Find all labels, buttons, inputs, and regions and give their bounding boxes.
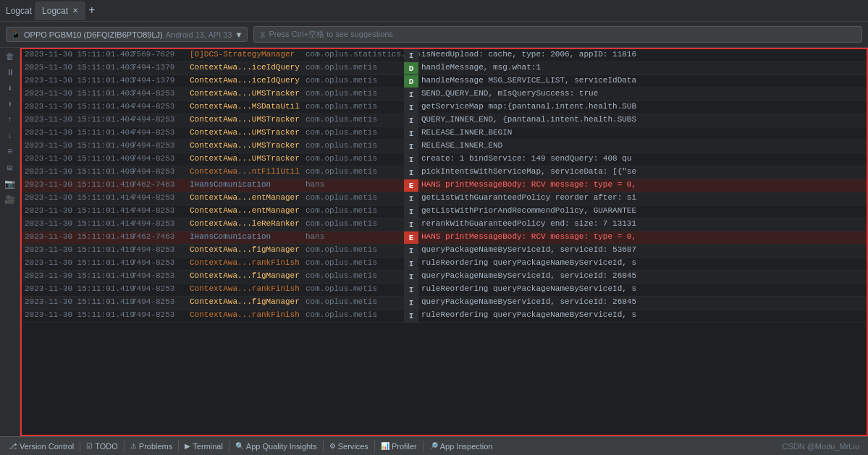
new-tab-button[interactable]: + — [88, 4, 96, 17]
upload-icon[interactable]: ⬆ — [3, 98, 17, 110]
video-icon[interactable]: 🎥 — [3, 194, 17, 205]
table-row[interactable]: 2023-11-30 15:11:01.4037494-8253ContextA… — [22, 88, 867, 101]
filter-placeholder: Press Ctrl+空格 to see suggestions — [269, 29, 393, 40]
message-cell: HANS printMessageBody: RCV message: type… — [418, 179, 867, 192]
device-icon: 📱 — [11, 30, 21, 39]
table-row[interactable]: 2023-11-30 15:11:01.4197494-8253ContextA… — [22, 258, 867, 271]
version-control-icon: ⎇ — [9, 442, 17, 450]
app-quality-label: App Quality Insights — [246, 442, 317, 451]
todo-item[interactable]: ☑ TODO — [80, 437, 124, 455]
tag-cell: [O]DCS-StrategyManager — [187, 49, 303, 61]
app-quality-icon: 🔍 — [235, 442, 244, 450]
message-cell: ruleReordering queryPackageNameByService… — [418, 310, 867, 322]
table-row[interactable]: 2023-11-30 15:11:01.4027569-7629[O]DCS-S… — [22, 49, 867, 62]
level-badge: I — [404, 192, 418, 205]
device-selector[interactable]: 📱 OPPO PGBM10 (D6FQIZIB6PTO89LJ) Android… — [6, 27, 248, 42]
arrow-up-icon[interactable]: ↑ — [3, 114, 17, 126]
package-cell: com.oplus.metis — [303, 244, 404, 257]
tag-cell: ContextAwa...iceIdQuery — [187, 75, 303, 88]
table-row[interactable]: 2023-11-30 15:11:01.4197494-8253ContextA… — [22, 244, 867, 258]
table-row[interactable]: 2023-11-30 15:11:01.4197494-8253ContextA… — [22, 271, 867, 284]
message-cell: SEND_QUERY_END, mIsQuerySuccess: true — [418, 88, 867, 101]
table-row[interactable]: 2023-11-30 15:11:01.4047494-8253ContextA… — [22, 127, 867, 140]
package-cell: com.oplus.metis — [303, 75, 404, 88]
package-cell: com.oplus.metis — [303, 192, 404, 205]
filter-box[interactable]: ⧖ Press Ctrl+空格 to see suggestions — [253, 26, 862, 43]
package-cell: com.oplus.statistics.rom — [303, 49, 404, 61]
table-row[interactable]: 2023-11-30 15:11:01.4147494-8253ContextA… — [22, 205, 867, 218]
scroll-down-icon[interactable]: ⬇ — [3, 82, 17, 94]
table-row[interactable]: 2023-11-30 15:11:01.4047494-8253ContextA… — [22, 114, 867, 127]
problems-item[interactable]: ⚠ Problems — [125, 437, 178, 455]
table-row[interactable]: 2023-11-30 15:11:01.4037494-1379ContextA… — [22, 62, 867, 75]
package-cell: com.oplus.metis — [303, 166, 404, 179]
tag-cell: ContextAwa...UMSTracker — [187, 153, 303, 166]
message-cell: RELEASE_INNER_END — [418, 140, 867, 153]
package-cell: com.oplus.metis — [303, 127, 404, 140]
app-quality-item[interactable]: 🔍 App Quality Insights — [229, 437, 323, 455]
table-row[interactable]: 2023-11-30 15:11:01.4147494-8253ContextA… — [22, 192, 867, 205]
level-badge: I — [404, 310, 418, 322]
version-control-item[interactable]: ⎇ Version Control — [3, 437, 80, 455]
toolbar: 📱 OPPO PGBM10 (D6FQIZIB6PTO89LJ) Android… — [0, 22, 868, 48]
table-row[interactable]: 2023-11-30 15:11:01.4097494-8253ContextA… — [22, 140, 867, 153]
pause-icon[interactable]: ⏸ — [3, 67, 17, 78]
level-badge: I — [404, 127, 418, 140]
status-bar: ⎇ Version Control ☑ TODO ⚠ Problems ▶ Te… — [0, 436, 868, 455]
package-cell: com.oplus.metis — [303, 114, 404, 127]
package-cell: com.oplus.metis — [303, 62, 404, 75]
table-row[interactable]: 2023-11-30 15:11:01.4037494-1379ContextA… — [22, 75, 867, 88]
pid-cell: 7494-8253 — [129, 166, 187, 179]
table-row[interactable]: 2023-11-30 15:11:01.4197494-8253ContextA… — [22, 310, 867, 323]
timestamp-cell: 2023-11-30 15:11:01.419 — [22, 284, 129, 296]
table-row[interactable]: 2023-11-30 15:11:01.4197494-8253ContextA… — [22, 284, 867, 297]
message-cell: queryPackageNameByServiceId, serviceId: … — [418, 297, 867, 309]
log-area[interactable]: 2023-11-30 15:11:01.4027569-7629[O]DCS-S… — [20, 48, 868, 436]
package-cell: com.oplus.metis — [303, 205, 404, 218]
message-cell: QUERY_INNER_END, {pantanal.intent.health… — [418, 114, 867, 127]
app-inspection-item[interactable]: 🔎 App Inspection — [424, 437, 499, 455]
message-cell: pickIntentsWithServiceMap, serviceData: … — [418, 166, 867, 179]
columns-icon[interactable]: ⊞ — [3, 162, 17, 174]
tag-cell: ContextAwa...rankFinish — [187, 284, 303, 296]
terminal-item[interactable]: ▶ Terminal — [179, 437, 229, 455]
pid-cell: 7494-1379 — [129, 75, 187, 88]
left-sidebar: 🗑 ⏸ ⬇ ⬆ ↑ ↓ ≡ ⊞ 📷 🎥 — [0, 48, 20, 436]
delete-icon[interactable]: 🗑 — [3, 51, 17, 62]
tag-cell: ContextAwa...rankFinish — [187, 258, 303, 270]
tag-cell: ContextAwa...figManager — [187, 244, 303, 257]
table-row[interactable]: 2023-11-30 15:11:01.4197494-8253ContextA… — [22, 297, 867, 310]
timestamp-cell: 2023-11-30 15:11:01.414 — [22, 192, 129, 205]
services-item[interactable]: ⚙ Services — [324, 437, 374, 455]
table-row[interactable]: 2023-11-30 15:11:01.4187462-7463IHansCom… — [22, 231, 867, 244]
table-row[interactable]: 2023-11-30 15:11:01.4097494-8253ContextA… — [22, 153, 867, 166]
tag-cell: ContextAwa...MSDataUtil — [187, 101, 303, 114]
table-row[interactable]: 2023-11-30 15:11:01.4107462-7463IHansCom… — [22, 179, 867, 192]
camera-icon[interactable]: 📷 — [3, 178, 17, 190]
pid-cell: 7494-8253 — [129, 114, 187, 127]
arrow-down-icon[interactable]: ↓ — [3, 130, 17, 142]
app-inspection-label: App Inspection — [440, 442, 493, 451]
profiler-item[interactable]: 📊 Profiler — [375, 437, 423, 455]
tag-cell: ContextAwa...entManager — [187, 192, 303, 205]
table-row[interactable]: 2023-11-30 15:11:01.4097494-8253ContextA… — [22, 166, 867, 179]
timestamp-cell: 2023-11-30 15:11:01.403 — [22, 62, 129, 75]
message-cell: isNeedUpload: cache, type: 2006, appID: … — [418, 49, 867, 61]
pid-cell: 7462-7463 — [129, 179, 187, 192]
pid-cell: 7494-8253 — [129, 297, 187, 309]
table-row[interactable]: 2023-11-30 15:11:01.4047494-8253ContextA… — [22, 101, 867, 114]
tag-cell: ContextAwa...UMSTracker — [187, 88, 303, 101]
level-badge: I — [404, 114, 418, 127]
tab-close-icon[interactable]: ✕ — [72, 7, 78, 14]
package-cell: com.oplus.metis — [303, 88, 404, 101]
table-row[interactable]: 2023-11-30 15:11:01.4147494-8253ContextA… — [22, 218, 867, 231]
pid-cell: 7494-8253 — [129, 101, 187, 114]
message-cell: HANS printMessageBody: RCV message: type… — [418, 231, 867, 244]
pid-cell: 7494-8253 — [129, 88, 187, 101]
list-filter-icon[interactable]: ≡ — [3, 146, 17, 158]
package-cell: com.oplus.metis — [303, 140, 404, 153]
logcat-tab[interactable]: Logcat ✕ — [35, 1, 85, 20]
level-badge: E — [404, 179, 418, 192]
profiler-icon: 📊 — [381, 442, 389, 450]
package-cell: com.oplus.metis — [303, 284, 404, 296]
